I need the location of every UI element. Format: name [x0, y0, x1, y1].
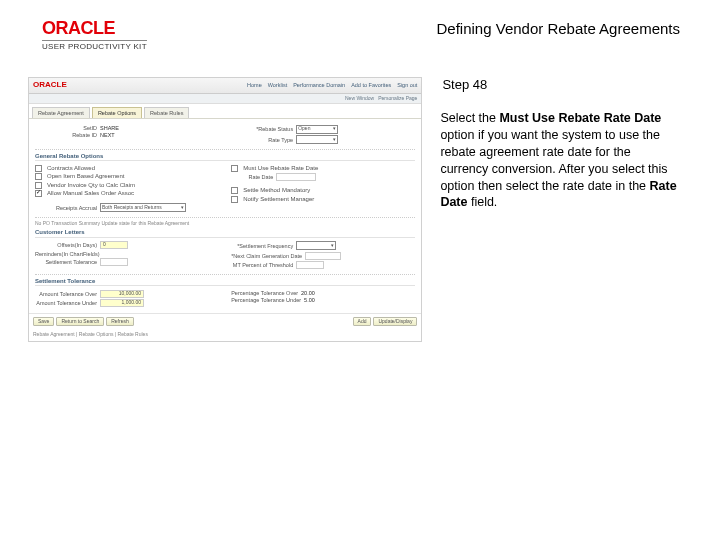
step-label: Step 48	[440, 77, 680, 92]
link-personalize[interactable]: Personalize Page	[378, 96, 417, 102]
shot-topbar: ORACLE Home Worklist Performance Domain …	[29, 78, 421, 94]
ato-label: Amount Tolerance Over	[35, 291, 97, 297]
rebateid-value: NEXT	[100, 132, 115, 138]
screenshot-embed: ORACLE Home Worklist Performance Domain …	[28, 77, 422, 342]
btn-refresh[interactable]: Refresh	[106, 317, 134, 327]
ck-mustuse[interactable]	[231, 165, 238, 172]
desc-post: field.	[467, 195, 497, 209]
link-newwindow[interactable]: New Window	[345, 96, 374, 102]
desc-pre: Select the	[440, 111, 499, 125]
shot-subbar: New Window Personalize Page	[29, 94, 421, 104]
ptu-value: 5.00	[304, 297, 315, 303]
ck-vendinv[interactable]	[35, 182, 42, 189]
setfreq-select[interactable]	[296, 241, 336, 250]
ratetype-label: Rate Type	[231, 137, 293, 143]
minpct-label: MT Percent of Threshold	[231, 262, 293, 268]
tab-rebate-agreement[interactable]: Rebate Agreement	[32, 107, 90, 118]
rebateid-label: Rebate ID	[35, 132, 97, 138]
pto-value: 20.00	[301, 290, 315, 296]
oracle-logo: ORACLE	[42, 18, 147, 39]
offset-input[interactable]: 0	[100, 241, 128, 249]
logo-block: ORACLE USER PRODUCTIVITY KIT	[42, 18, 147, 51]
btn-return[interactable]: Return to Search	[56, 317, 104, 327]
desc-mid: option if you want the system to use the…	[440, 128, 667, 193]
setid-label: SetID	[35, 125, 97, 131]
reminder-label: Reminders(In ChartFields)	[35, 251, 100, 257]
shot-footer-links: Rebate Agreement | Rebate Options | Reba…	[29, 329, 421, 341]
section-general: General Rebate Options	[35, 153, 415, 162]
setid-value: SHARE	[100, 125, 119, 131]
ratetype-select[interactable]	[296, 135, 338, 144]
nextclaim-input[interactable]	[305, 252, 341, 260]
lbl-vendinv: Vendor Invoice Qty to Calc Claim	[47, 182, 135, 189]
shot-buttonrow: Save Return to Search Refresh Add Update…	[29, 313, 421, 330]
settletol-input[interactable]	[100, 258, 128, 266]
ck-settlemethod[interactable]	[231, 187, 238, 194]
btn-save[interactable]: Save	[33, 317, 54, 327]
shot-nav: Home Worklist Performance Domain Add to …	[247, 82, 417, 88]
ck-allowmanual[interactable]	[35, 190, 42, 197]
lbl-settlemethod: Settle Method Mandatory	[243, 187, 310, 194]
lbl-openitem: Open Item Based Agreement	[47, 173, 124, 180]
nextclaim-label: *Next Claim Generation Date	[231, 253, 302, 259]
ck-notify[interactable]	[231, 196, 238, 203]
ratedate-label: Rate Date	[231, 174, 273, 180]
shot-panel: SetIDSHARE Rebate IDNEXT *Rebate StatusO…	[29, 119, 421, 313]
lbl-contracts: Contracts Allowed	[47, 165, 95, 172]
page-title: Defining Vendor Rebate Agreements	[437, 20, 681, 37]
settletol-label: Settlement Tolerance	[35, 259, 97, 265]
atu-input[interactable]: 1,000.00	[100, 299, 144, 307]
lbl-allowmanual: Allow Manual Sales Order Assoc	[47, 190, 134, 197]
nav-home[interactable]: Home	[247, 82, 262, 88]
receipt-select[interactable]: Both Receipts and Returns	[100, 203, 186, 212]
nav-perf[interactable]: Performance Domain	[293, 82, 345, 88]
ratedate-input[interactable]	[276, 173, 316, 181]
nav-fav[interactable]: Add to Favorites	[351, 82, 391, 88]
ptu-label: Percentage Tolerance Under	[231, 297, 301, 303]
nav-signout[interactable]: Sign out	[397, 82, 417, 88]
section-customer: Customer Letters	[35, 229, 415, 238]
txn-summary-note: No PO Transaction Summary Update state f…	[35, 221, 189, 227]
upk-label: USER PRODUCTIVITY KIT	[42, 40, 147, 51]
tab-rebate-options[interactable]: Rebate Options	[92, 107, 142, 118]
status-select[interactable]: Open	[296, 125, 338, 134]
btn-add[interactable]: Add	[353, 317, 372, 327]
pto-label: Percentage Tolerance Over	[231, 290, 298, 296]
ato-input[interactable]: 10,000.00	[100, 290, 144, 298]
tab-rebate-rules[interactable]: Rebate Rules	[144, 107, 189, 118]
setfreq-label: *Settlement Frequency	[231, 243, 293, 249]
shot-oracle-logo: ORACLE	[33, 81, 67, 90]
ck-contracts[interactable]	[35, 165, 42, 172]
shot-tabs: Rebate Agreement Rebate Options Rebate R…	[29, 104, 421, 119]
atu-label: Amount Tolerance Under	[35, 300, 97, 306]
minpct-input[interactable]	[296, 261, 324, 269]
receipt-label: Receipts Accrual	[35, 205, 97, 211]
status-label: *Rebate Status	[231, 126, 293, 132]
lbl-mustuse: Must Use Rebate Rate Date	[243, 165, 318, 172]
nav-worklist[interactable]: Worklist	[268, 82, 287, 88]
lbl-notify: Notify Settlement Manager	[243, 196, 314, 203]
step-description: Select the Must Use Rebate Rate Date opt…	[440, 110, 680, 211]
btn-update[interactable]: Update/Display	[373, 317, 417, 327]
offset-label: Offsets(In Days)	[35, 242, 97, 248]
section-tolerance: Settlement Tolerance	[35, 278, 415, 287]
desc-bold1: Must Use Rebate Rate Date	[499, 111, 661, 125]
ck-openitem[interactable]	[35, 173, 42, 180]
